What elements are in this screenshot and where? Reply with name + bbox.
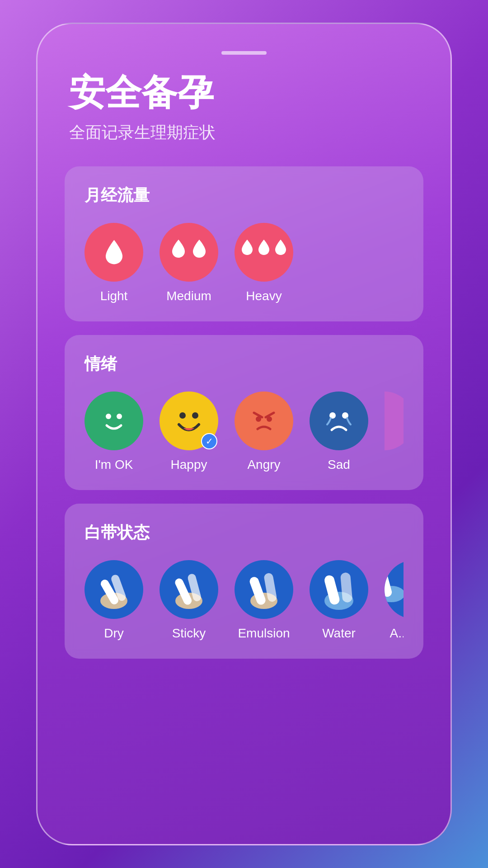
- flow-label-light: Light: [100, 289, 128, 303]
- discharge-item-partial: A...: [385, 560, 404, 641]
- emotion-circle-sad: [310, 392, 368, 450]
- mood-label-happy: Happy: [171, 458, 207, 472]
- flow-label-medium: Medium: [166, 289, 211, 303]
- discharge-item-emulsion[interactable]: Emulsion: [235, 560, 293, 641]
- mood-label-ok: I'm OK: [95, 458, 133, 472]
- discharge-label-sticky: Sticky: [172, 626, 206, 641]
- discharge-card: 白带状态 Dry: [65, 504, 423, 659]
- ok-face-icon: [96, 403, 132, 439]
- status-pill: [221, 51, 267, 55]
- svg-point-0: [106, 414, 111, 419]
- emotion-circle-ok: [84, 392, 143, 450]
- flow-items-row: Light Medium: [84, 223, 404, 303]
- flow-item-light[interactable]: Light: [84, 223, 143, 303]
- mood-item-happy[interactable]: ✓ Happy: [160, 392, 218, 472]
- discharge-circle-dry: [84, 560, 143, 619]
- discharge-circle-water: [310, 560, 368, 619]
- water-icon: [316, 567, 361, 612]
- discharge-label-dry: Dry: [104, 626, 124, 641]
- drop-light-icon: [99, 238, 129, 267]
- happy-selected-checkmark: ✓: [201, 433, 217, 449]
- discharge-item-sticky[interactable]: Sticky: [160, 560, 218, 641]
- header: 安全备孕 全面记录生理期症状: [65, 73, 423, 144]
- mood-item-ok[interactable]: I'm OK: [84, 392, 143, 472]
- flow-card-title: 月经流量: [84, 184, 404, 207]
- emulsion-icon: [241, 567, 286, 612]
- flow-circle-heavy: [235, 223, 293, 282]
- drop-heavy-icon: [239, 238, 289, 267]
- discharge-items-row: Dry Sticky: [84, 560, 404, 641]
- discharge-label-water: Water: [322, 626, 356, 641]
- svg-point-3: [192, 412, 198, 419]
- sticky-icon: [166, 567, 211, 612]
- dry-icon: [91, 567, 136, 612]
- mood-items-row: I'm OK ✓ Happy: [84, 392, 404, 472]
- mood-item-partial: .: [385, 392, 404, 472]
- discharge-circle-partial: [385, 560, 404, 619]
- discharge-item-dry[interactable]: Dry: [84, 560, 143, 641]
- happy-face-icon: [171, 403, 207, 439]
- svg-point-5: [267, 416, 272, 422]
- discharge-item-water[interactable]: Water: [310, 560, 368, 641]
- flow-item-medium[interactable]: Medium: [160, 223, 218, 303]
- mood-item-sad[interactable]: Sad: [310, 392, 368, 472]
- discharge-label-a: A...: [389, 626, 404, 641]
- flow-circle-light: [84, 223, 143, 282]
- svg-rect-21: [385, 567, 393, 598]
- mood-card: 情绪 I'm OK: [65, 335, 423, 490]
- status-bar: [65, 51, 423, 55]
- flow-item-heavy[interactable]: Heavy: [235, 223, 293, 303]
- flow-label-heavy: Heavy: [246, 289, 282, 303]
- mood-label-angry: Angry: [247, 458, 280, 472]
- svg-point-2: [179, 412, 186, 419]
- discharge-circle-emulsion: [235, 560, 293, 619]
- emotion-circle-angry: [235, 392, 293, 450]
- emotion-circle-happy: ✓: [160, 392, 218, 450]
- sad-face-icon: [321, 403, 357, 439]
- partial-mood-circle: [385, 392, 404, 450]
- angry-face-icon: [246, 403, 282, 439]
- svg-point-1: [117, 414, 122, 419]
- discharge-circle-sticky: [160, 560, 218, 619]
- app-title: 安全备孕: [69, 73, 423, 113]
- partial-discharge-icon: [385, 560, 404, 605]
- app-subtitle: 全面记录生理期症状: [69, 122, 423, 144]
- mood-card-title: 情绪: [84, 353, 404, 375]
- cards-container: 月经流量 Light: [65, 166, 423, 817]
- flow-card: 月经流量 Light: [65, 166, 423, 321]
- mood-label-sad: Sad: [328, 458, 350, 472]
- discharge-card-title: 白带状态: [84, 522, 404, 544]
- svg-point-4: [256, 416, 261, 422]
- discharge-label-emulsion: Emulsion: [238, 626, 290, 641]
- drop-medium-icon: [169, 238, 209, 267]
- mood-item-angry[interactable]: Angry: [235, 392, 293, 472]
- phone-frame: 安全备孕 全面记录生理期症状 月经流量 Light: [36, 23, 452, 845]
- flow-circle-medium: [160, 223, 218, 282]
